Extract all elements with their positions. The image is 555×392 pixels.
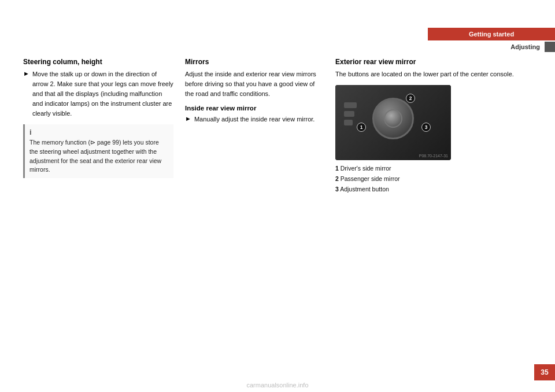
caption-item: 3 Adjustment button — [335, 184, 543, 195]
caption-item: 2 Passenger side mirror — [335, 174, 543, 184]
watermark: carmanualsonline.info — [246, 382, 308, 389]
info-box: i The memory function (⊳ page 99) lets y… — [23, 124, 173, 178]
left-bullet-text: Move the stalk up or down in the directi… — [32, 69, 173, 119]
right-section-title: Exterior rear view mirror — [335, 58, 543, 66]
dash-button-group — [344, 102, 357, 125]
page-number: 35 — [534, 364, 555, 380]
info-text: The memory function (⊳ page 99) lets you… — [29, 138, 169, 175]
mid-body-text: Adjust the inside and exterior rear view… — [185, 69, 324, 99]
mid-column: Mirrors Adjust the inside and exterior r… — [185, 58, 335, 357]
image-reference: P08.70-2147-31 — [419, 154, 448, 158]
caption-list: 1 Driver's side mirror2 Passenger side m… — [335, 164, 543, 195]
main-dial: 1 2 3 — [372, 98, 414, 139]
bullet-arrow-icon: ► — [23, 70, 29, 77]
caption-item: 1 Driver's side mirror — [335, 164, 543, 174]
right-body-text: The buttons are located on the lower par… — [335, 69, 543, 79]
header-bar: Getting started Adjusting — [358, 28, 555, 52]
label-2: 2 — [406, 94, 415, 103]
getting-started-tab: Getting started — [428, 28, 555, 40]
mid-section-title: Mirrors — [185, 58, 324, 66]
dash-btn-1 — [344, 102, 357, 108]
right-column: Exterior rear view mirror The buttons ar… — [335, 58, 543, 357]
label-1: 1 — [357, 123, 366, 132]
mirror-image: 1 2 3 P08.70-2147-31 — [335, 85, 451, 160]
inside-mirror-subtitle: Inside rear view mirror — [185, 105, 324, 112]
dial-group: 1 2 3 — [372, 98, 414, 139]
label-3: 3 — [421, 123, 431, 132]
dash-btn-2 — [344, 111, 354, 117]
left-bullet-item: ► Move the stalk up or down in the direc… — [23, 69, 173, 119]
left-section-title: Steering column, height — [23, 58, 173, 66]
left-column: Steering column, height ► Move the stalk… — [23, 58, 185, 357]
adjusting-row: Adjusting — [358, 42, 555, 52]
inside-bullet-arrow-icon: ► — [185, 115, 191, 122]
inner-dial — [384, 109, 402, 128]
adjusting-block — [545, 42, 555, 52]
inside-mirror-text: Manually adjust the inside rear view mir… — [194, 114, 314, 124]
inside-mirror-bullet: ► Manually adjust the inside rear view m… — [185, 114, 324, 124]
adjusting-label: Adjusting — [510, 43, 545, 50]
dash-btn-3 — [344, 120, 353, 125]
info-icon: i — [29, 128, 169, 136]
content-area: Steering column, height ► Move the stalk… — [23, 58, 543, 357]
